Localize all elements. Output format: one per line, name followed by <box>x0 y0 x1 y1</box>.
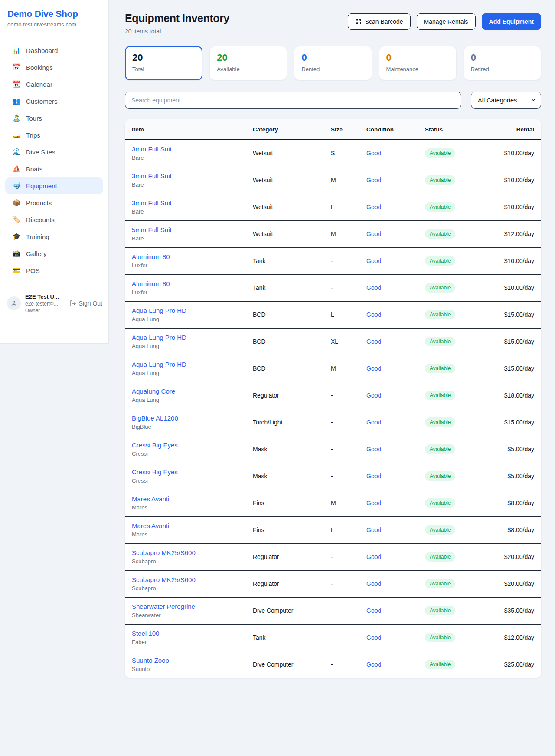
item-name-link[interactable]: 5mm Full Suit <box>132 226 253 233</box>
item-size: M <box>331 221 366 248</box>
item-brand: Scubapro <box>132 585 253 592</box>
sidebar-item-products[interactable]: 📦 Products <box>5 194 103 211</box>
sidebar-item-calendar[interactable]: 📆 Calendar <box>5 76 103 92</box>
item-name-link[interactable]: Aqua Lung Pro HD <box>132 334 253 341</box>
item-brand: Cressi <box>132 477 253 484</box>
condition-link[interactable]: Good <box>366 257 381 264</box>
item-name-link[interactable]: Mares Avanti <box>132 495 253 503</box>
item-name-link[interactable]: Aluminum 80 <box>132 253 253 260</box>
item-name-link[interactable]: Scubapro MK25/S600 <box>132 549 253 556</box>
item-category: Dive Computer <box>253 598 331 625</box>
item-brand: Aqua Lung <box>132 370 253 376</box>
item-name-link[interactable]: 3mm Full Suit <box>132 199 253 207</box>
item-size: - <box>331 275 366 302</box>
sidebar-item-dashboard[interactable]: 📊 Dashboard <box>5 42 103 59</box>
manage-rentals-label: Manage Rentals <box>424 18 468 25</box>
status-badge: Available <box>425 606 455 615</box>
item-name-link[interactable]: BigBlue AL1200 <box>132 414 253 422</box>
condition-link[interactable]: Good <box>366 473 381 480</box>
sidebar-item-training[interactable]: 🎓 Training <box>5 228 103 245</box>
item-rental-rate: $20.00/day <box>486 544 541 571</box>
stat-card-available[interactable]: 20 Available <box>209 46 287 80</box>
item-category: Mask <box>253 436 331 463</box>
condition-link[interactable]: Good <box>366 284 381 291</box>
stat-label: Total <box>132 66 195 72</box>
camera-icon: 📸 <box>12 250 21 257</box>
manage-rentals-button[interactable]: Manage Rentals <box>417 13 476 30</box>
condition-link[interactable]: Good <box>366 365 381 372</box>
stat-value: 0 <box>471 52 534 63</box>
condition-link[interactable]: Good <box>366 177 381 184</box>
app-root: Demo Dive Shop demo.test.divestreams.com… <box>0 0 555 756</box>
condition-link[interactable]: Good <box>366 446 381 453</box>
item-name-link[interactable]: Suunto Zoop <box>132 657 253 664</box>
add-equipment-button[interactable]: Add Equipment <box>482 13 541 30</box>
search-input[interactable] <box>125 92 461 109</box>
item-brand: Luxfer <box>132 289 253 296</box>
condition-link[interactable]: Good <box>366 392 381 399</box>
condition-link[interactable]: Good <box>366 526 381 533</box>
status-badge: Available <box>425 202 455 212</box>
island-icon: 🏝️ <box>12 114 21 122</box>
stat-card-maintenance[interactable]: 0 Maintenance <box>379 46 457 80</box>
condition-link[interactable]: Good <box>366 338 381 345</box>
stat-card-rented[interactable]: 0 Rented <box>294 46 372 80</box>
item-name-link[interactable]: Aluminum 80 <box>132 280 253 287</box>
item-name-link[interactable]: 3mm Full Suit <box>132 172 253 180</box>
scan-barcode-button[interactable]: Scan Barcode <box>348 13 411 30</box>
sidebar-item-discounts[interactable]: 🏷️ Discounts <box>5 211 103 228</box>
item-brand: Suunto <box>132 666 253 672</box>
table-row: Aluminum 80 Luxfer Tank - Good Available… <box>125 248 541 275</box>
condition-link[interactable]: Good <box>366 419 381 426</box>
sidebar-item-bookings[interactable]: 📅 Bookings <box>5 59 103 76</box>
item-name-link[interactable]: Mares Avanti <box>132 522 253 529</box>
category-select-wrap: All Categories <box>471 92 541 109</box>
condition-link[interactable]: Good <box>366 661 381 668</box>
condition-link[interactable]: Good <box>366 580 381 587</box>
condition-link[interactable]: Good <box>366 553 381 560</box>
sidebar-item-trips[interactable]: 🚤 Trips <box>5 127 103 143</box>
condition-link[interactable]: Good <box>366 634 381 641</box>
condition-link[interactable]: Good <box>366 204 381 210</box>
sidebar-item-tours[interactable]: 🏝️ Tours <box>5 110 103 126</box>
item-size: - <box>331 248 366 275</box>
stat-card-total[interactable]: 20 Total <box>125 46 202 80</box>
item-rental-rate: $15.00/day <box>486 355 541 382</box>
sidebar-item-dive-sites[interactable]: 🌊 Dive Sites <box>5 144 103 160</box>
condition-link[interactable]: Good <box>366 150 381 157</box>
condition-link[interactable]: Good <box>366 607 381 614</box>
item-rental-rate: $20.00/day <box>486 571 541 598</box>
status-badge: Available <box>425 148 455 158</box>
sidebar-item-equipment[interactable]: 🤿 Equipment <box>5 177 103 194</box>
sidebar-item-gallery[interactable]: 📸 Gallery <box>5 245 103 262</box>
condition-link[interactable]: Good <box>366 500 381 506</box>
item-size: - <box>331 382 366 409</box>
item-rental-rate: $10.00/day <box>486 194 541 221</box>
user-role: Owner <box>25 308 65 313</box>
item-name-link[interactable]: Steel 100 <box>132 630 253 637</box>
item-name-link[interactable]: Scubapro MK25/S600 <box>132 576 253 583</box>
sign-out-button[interactable]: Sign Out <box>69 300 102 307</box>
category-select[interactable]: All Categories <box>471 92 541 109</box>
item-name-link[interactable]: Aqua Lung Pro HD <box>132 307 253 314</box>
item-name-link[interactable]: Aqualung Core <box>132 388 253 395</box>
item-rental-rate: $12.00/day <box>486 221 541 248</box>
condition-link[interactable]: Good <box>366 230 381 237</box>
stat-card-retired[interactable]: 0 Retired <box>464 46 541 80</box>
condition-link[interactable]: Good <box>366 311 381 318</box>
page-header: Equipment Inventory 20 items total Scan … <box>125 12 541 35</box>
sidebar-item-customers[interactable]: 👥 Customers <box>5 93 103 109</box>
item-brand: Bare <box>132 181 253 188</box>
table-row: Aqua Lung Pro HD Aqua Lung BCD XL Good A… <box>125 329 541 355</box>
item-name-link[interactable]: 3mm Full Suit <box>132 145 253 153</box>
item-name-link[interactable]: Cressi Big Eyes <box>132 441 253 449</box>
item-name-link[interactable]: Cressi Big Eyes <box>132 468 253 476</box>
item-size: - <box>331 463 366 490</box>
status-badge: Available <box>425 552 455 562</box>
sidebar-item-pos[interactable]: 💳 POS <box>5 262 103 279</box>
table-header: Item Category Size Condition Status Rent… <box>125 119 541 140</box>
sidebar-item-boats[interactable]: ⛵ Boats <box>5 161 103 177</box>
item-name-link[interactable]: Shearwater Peregrine <box>132 603 253 610</box>
col-header-status: Status <box>425 119 486 140</box>
item-name-link[interactable]: Aqua Lung Pro HD <box>132 361 253 368</box>
